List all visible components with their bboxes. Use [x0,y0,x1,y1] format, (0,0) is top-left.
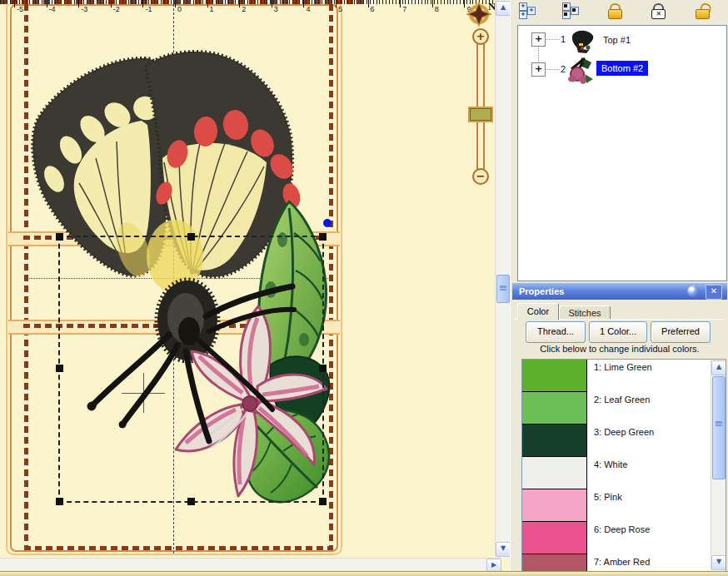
ruler-major-tick [175,0,176,7]
handle-mid-right[interactable] [319,365,327,372]
ruler-major-tick [464,0,465,7]
color-swatch[interactable] [522,522,587,554]
help-icon[interactable] [687,286,699,297]
zoom-out-icon[interactable]: − [472,168,489,185]
layer-label-bottom[interactable]: Bottom #2 [596,61,648,76]
thread-button[interactable]: Thread... [526,321,586,343]
color-row[interactable]: 7: Amber Red [522,554,711,573]
expand-node-icon[interactable]: + [531,32,546,47]
ruler-major-tick [400,0,401,7]
color-row[interactable]: 1: Lime Green [522,360,711,392]
ruler-number: 0 [177,5,182,13]
handle-bottom-center[interactable] [187,498,195,505]
scroll-up-icon[interactable]: ▲ [496,1,510,16]
ruler-number: -2 [113,5,120,13]
handle-top-left[interactable] [56,233,63,241]
ruler-number: 1 [210,5,214,13]
canvas-vscrollbar[interactable]: ▲ ▼ [495,0,510,556]
color-swatch[interactable] [522,554,587,573]
ruler-major-tick [336,0,337,7]
color-list[interactable]: 1: Lime Green 2: Leaf Green 3: Deep Gree… [521,359,726,573]
handle-mid-left[interactable] [56,365,63,372]
rotation-point-marker[interactable] [323,219,332,227]
ruler-number: -5 [17,5,23,13]
ruler-number: 8 [435,5,439,13]
ruler-major-tick [239,0,240,7]
color-caption: Click below to change individual colors. [512,344,727,354]
ruler-major-tick [47,0,47,7]
ruler-major-tick [14,0,15,7]
ruler-number: 5 [338,5,342,13]
ruler-major-tick [111,0,112,7]
zoom-slider-track[interactable] [476,37,485,176]
compass-north-icon[interactable]: N [466,1,496,27]
layer-thumbnail-top [568,27,596,54]
expand-node-icon[interactable]: + [531,62,546,77]
color-swatch[interactable] [522,425,587,457]
ruler-number: 7 [402,5,406,13]
lock-crossed-icon[interactable]: ✕ [650,2,666,19]
color-row[interactable]: 3: Deep Green [522,425,711,457]
layer-toolbar: + + + ✕ [511,0,728,22]
handle-bottom-left[interactable] [56,498,63,505]
color-swatch[interactable] [522,392,587,425]
ruler-number: 6 [371,5,375,13]
colorlist-scrollbar[interactable]: ▲ ▼ [711,360,726,570]
collapse-branches-icon[interactable] [562,2,579,19]
one-color-button[interactable]: 1 Color... [589,321,647,343]
expand-branches-icon[interactable]: + + + [519,2,536,19]
vscroll-thumb[interactable] [496,275,510,303]
scroll-up-icon[interactable]: ▲ [711,360,726,375]
lock-open-icon[interactable] [694,2,711,19]
layer-thumbnail-bottom [566,56,596,86]
handle-top-center[interactable] [187,233,195,241]
ruler-major-tick [207,0,208,7]
scroll-down-icon[interactable]: ▼ [711,555,726,570]
close-icon[interactable]: ✕ [706,285,722,300]
colorlist-scroll-thumb[interactable] [712,376,726,479]
preferred-button[interactable]: Preferred [651,321,711,343]
ruler-major-tick [78,0,79,7]
ruler-major-tick [272,0,272,7]
color-row[interactable]: 5: Pink [522,489,711,522]
zoom-in-icon[interactable]: + [472,28,489,45]
ruler-number: 2 [242,5,246,13]
scroll-down-icon[interactable]: ▼ [496,542,510,557]
app-window: { "canvas": { "ruler": { "origin_x": 210… [0,0,728,576]
color-row[interactable]: 4: White [522,457,711,489]
window-bottom-edge [0,571,728,576]
color-swatch[interactable] [522,360,587,392]
stitch-boundary-bottom [24,546,333,550]
ruler-number: -1 [145,5,152,13]
ruler-number: -3 [81,5,87,13]
ruler-major-tick [368,0,369,7]
handle-bottom-right[interactable] [319,498,327,505]
color-swatch[interactable] [522,489,587,522]
layer-label-top[interactable]: Top #1 [598,32,636,47]
color-row[interactable]: 2: Leaf Green [522,392,711,425]
selection-marquee[interactable] [58,236,324,503]
ruler-major-tick [432,0,433,7]
properties-panel: Properties ✕ Color Stitches Thread... 1 … [512,283,727,571]
ruler-number: -4 [49,5,56,13]
tab-stitches[interactable]: Stitches [559,305,611,320]
ruler-major-tick [142,0,143,7]
color-swatch[interactable] [522,457,587,489]
design-canvas[interactable]: -5-4-3-2-10123456789 N + − ▲ ▼ ▶ [0,0,510,576]
ruler-major-tick [303,0,304,7]
zoom-slider-handle[interactable] [470,108,491,121]
layer-list[interactable]: + 1 Top #1 + 2 [517,25,727,281]
ruler: -5-4-3-2-10123456789 [0,0,495,15]
ruler-number: 4 [306,5,310,13]
handle-top-right[interactable] [319,233,327,241]
layer-panel: + + + ✕ + 1 [510,0,728,576]
ruler-number: 3 [274,5,278,13]
lock-closed-icon[interactable] [606,2,623,19]
tab-color[interactable]: Color [517,303,559,320]
color-row[interactable]: 6: Deep Rose [522,522,711,554]
